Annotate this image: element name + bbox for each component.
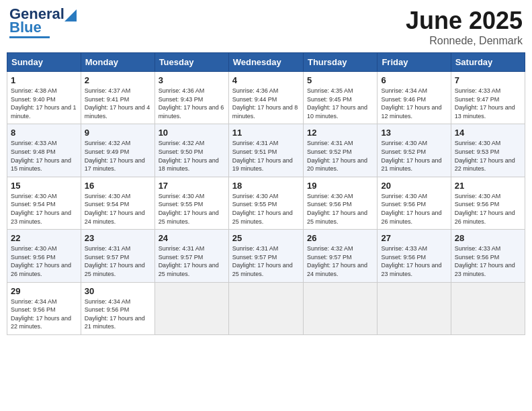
day-number: 5 <box>307 75 373 85</box>
day-info: Sunrise: 4:30 AM Sunset: 9:56 PM Dayligh… <box>381 192 447 226</box>
day-info: Sunrise: 4:30 AM Sunset: 9:56 PM Dayligh… <box>455 192 521 226</box>
calendar-cell: 13 Sunrise: 4:30 AM Sunset: 9:52 PM Dayl… <box>378 124 451 177</box>
day-number: 12 <box>307 128 373 138</box>
calendar-cell: 15 Sunrise: 4:30 AM Sunset: 9:54 PM Dayl… <box>7 177 81 229</box>
day-number: 20 <box>381 181 447 191</box>
calendar-week-1: 1 Sunrise: 4:38 AM Sunset: 9:40 PM Dayli… <box>7 72 525 124</box>
column-header-friday: Friday <box>378 53 451 72</box>
column-header-saturday: Saturday <box>451 53 525 72</box>
calendar-cell: 19 Sunrise: 4:30 AM Sunset: 9:56 PM Dayl… <box>303 177 377 229</box>
day-info: Sunrise: 4:30 AM Sunset: 9:53 PM Dayligh… <box>455 139 521 173</box>
calendar-cell: 25 Sunrise: 4:31 AM Sunset: 9:57 PM Dayl… <box>228 230 303 282</box>
calendar-location: Ronnede, Denmark <box>406 35 523 47</box>
day-number: 13 <box>381 128 447 138</box>
calendar-header-row: SundayMondayTuesdayWednesdayThursdayFrid… <box>7 53 525 72</box>
column-header-sunday: Sunday <box>7 53 81 72</box>
calendar-cell: 7 Sunrise: 4:33 AM Sunset: 9:47 PM Dayli… <box>451 72 525 124</box>
day-number: 9 <box>85 128 151 138</box>
day-info: Sunrise: 4:32 AM Sunset: 9:57 PM Dayligh… <box>307 244 373 278</box>
calendar-cell: 26 Sunrise: 4:32 AM Sunset: 9:57 PM Dayl… <box>303 230 377 282</box>
calendar-cell: 16 Sunrise: 4:30 AM Sunset: 9:54 PM Dayl… <box>81 177 154 229</box>
column-header-tuesday: Tuesday <box>154 53 228 72</box>
day-number: 4 <box>232 75 300 85</box>
logo: General Blue <box>9 7 77 38</box>
day-number: 28 <box>455 233 521 243</box>
day-info: Sunrise: 4:34 AM Sunset: 9:46 PM Dayligh… <box>381 87 447 120</box>
calendar-cell: 2 Sunrise: 4:37 AM Sunset: 9:41 PM Dayli… <box>81 72 154 124</box>
logo-underline <box>9 36 50 38</box>
day-number: 15 <box>11 181 77 191</box>
day-number: 22 <box>11 233 77 243</box>
day-info: Sunrise: 4:30 AM Sunset: 9:55 PM Dayligh… <box>159 192 225 226</box>
calendar-cell <box>378 282 451 334</box>
day-info: Sunrise: 4:34 AM Sunset: 9:56 PM Dayligh… <box>11 298 77 331</box>
day-info: Sunrise: 4:30 AM Sunset: 9:56 PM Dayligh… <box>307 192 373 226</box>
day-info: Sunrise: 4:37 AM Sunset: 9:41 PM Dayligh… <box>85 87 151 120</box>
calendar-cell: 5 Sunrise: 4:35 AM Sunset: 9:45 PM Dayli… <box>303 72 377 124</box>
column-header-wednesday: Wednesday <box>228 53 303 72</box>
calendar-cell: 14 Sunrise: 4:30 AM Sunset: 9:53 PM Dayl… <box>451 124 525 177</box>
day-number: 1 <box>11 75 77 85</box>
calendar-title: June 2025 <box>406 7 523 35</box>
day-number: 24 <box>159 233 225 243</box>
day-info: Sunrise: 4:31 AM Sunset: 9:52 PM Dayligh… <box>307 139 373 173</box>
day-info: Sunrise: 4:31 AM Sunset: 9:57 PM Dayligh… <box>159 244 225 278</box>
day-number: 29 <box>11 286 77 296</box>
calendar-cell: 20 Sunrise: 4:30 AM Sunset: 9:56 PM Dayl… <box>378 177 451 229</box>
calendar-cell: 27 Sunrise: 4:33 AM Sunset: 9:56 PM Dayl… <box>378 230 451 282</box>
day-info: Sunrise: 4:36 AM Sunset: 9:43 PM Dayligh… <box>159 87 225 120</box>
title-block: June 2025 Ronnede, Denmark <box>406 7 523 47</box>
calendar-cell: 9 Sunrise: 4:32 AM Sunset: 9:49 PM Dayli… <box>81 124 154 177</box>
calendar-cell: 18 Sunrise: 4:30 AM Sunset: 9:55 PM Dayl… <box>228 177 303 229</box>
calendar-week-2: 8 Sunrise: 4:33 AM Sunset: 9:48 PM Dayli… <box>7 124 525 177</box>
day-info: Sunrise: 4:30 AM Sunset: 9:54 PM Dayligh… <box>85 192 151 226</box>
day-number: 10 <box>159 128 225 138</box>
day-number: 3 <box>159 75 225 85</box>
calendar-cell <box>303 282 377 334</box>
day-info: Sunrise: 4:31 AM Sunset: 9:57 PM Dayligh… <box>85 244 151 278</box>
calendar-cell: 3 Sunrise: 4:36 AM Sunset: 9:43 PM Dayli… <box>154 72 228 124</box>
day-info: Sunrise: 4:30 AM Sunset: 9:55 PM Dayligh… <box>232 192 300 226</box>
day-number: 2 <box>85 75 151 85</box>
calendar-cell <box>451 282 525 334</box>
calendar-cell: 29 Sunrise: 4:34 AM Sunset: 9:56 PM Dayl… <box>7 282 81 334</box>
day-info: Sunrise: 4:32 AM Sunset: 9:49 PM Dayligh… <box>85 139 151 173</box>
day-info: Sunrise: 4:34 AM Sunset: 9:56 PM Dayligh… <box>85 298 151 331</box>
svg-marker-0 <box>64 9 77 21</box>
calendar-cell <box>228 282 303 334</box>
calendar-cell: 23 Sunrise: 4:31 AM Sunset: 9:57 PM Dayl… <box>81 230 154 282</box>
calendar-cell: 10 Sunrise: 4:32 AM Sunset: 9:50 PM Dayl… <box>154 124 228 177</box>
calendar-cell: 22 Sunrise: 4:30 AM Sunset: 9:56 PM Dayl… <box>7 230 81 282</box>
day-number: 23 <box>85 233 151 243</box>
calendar-cell <box>154 282 228 334</box>
day-info: Sunrise: 4:33 AM Sunset: 9:48 PM Dayligh… <box>11 139 77 173</box>
day-info: Sunrise: 4:30 AM Sunset: 9:52 PM Dayligh… <box>381 139 447 173</box>
calendar-cell: 12 Sunrise: 4:31 AM Sunset: 9:52 PM Dayl… <box>303 124 377 177</box>
day-info: Sunrise: 4:32 AM Sunset: 9:50 PM Dayligh… <box>159 139 225 173</box>
day-info: Sunrise: 4:33 AM Sunset: 9:56 PM Dayligh… <box>381 244 447 278</box>
day-info: Sunrise: 4:31 AM Sunset: 9:57 PM Dayligh… <box>232 244 300 278</box>
column-header-monday: Monday <box>81 53 154 72</box>
day-number: 11 <box>232 128 300 138</box>
calendar-cell: 4 Sunrise: 4:36 AM Sunset: 9:44 PM Dayli… <box>228 72 303 124</box>
calendar-week-5: 29 Sunrise: 4:34 AM Sunset: 9:56 PM Dayl… <box>7 282 525 334</box>
day-number: 19 <box>307 181 373 191</box>
calendar-week-4: 22 Sunrise: 4:30 AM Sunset: 9:56 PM Dayl… <box>7 230 525 282</box>
day-info: Sunrise: 4:33 AM Sunset: 9:47 PM Dayligh… <box>455 87 521 120</box>
day-number: 14 <box>455 128 521 138</box>
calendar-cell: 1 Sunrise: 4:38 AM Sunset: 9:40 PM Dayli… <box>7 72 81 124</box>
day-number: 30 <box>85 286 151 296</box>
calendar-cell: 11 Sunrise: 4:31 AM Sunset: 9:51 PM Dayl… <box>228 124 303 177</box>
day-info: Sunrise: 4:35 AM Sunset: 9:45 PM Dayligh… <box>307 87 373 120</box>
day-info: Sunrise: 4:33 AM Sunset: 9:56 PM Dayligh… <box>455 244 521 278</box>
day-info: Sunrise: 4:30 AM Sunset: 9:54 PM Dayligh… <box>11 192 77 226</box>
page-header: General Blue June 2025 Ronnede, Denmark <box>7 7 525 47</box>
day-number: 18 <box>232 181 300 191</box>
calendar-cell: 24 Sunrise: 4:31 AM Sunset: 9:57 PM Dayl… <box>154 230 228 282</box>
day-number: 16 <box>85 181 151 191</box>
calendar-cell: 28 Sunrise: 4:33 AM Sunset: 9:56 PM Dayl… <box>451 230 525 282</box>
day-info: Sunrise: 4:38 AM Sunset: 9:40 PM Dayligh… <box>11 87 77 120</box>
calendar-cell: 21 Sunrise: 4:30 AM Sunset: 9:56 PM Dayl… <box>451 177 525 229</box>
day-info: Sunrise: 4:30 AM Sunset: 9:56 PM Dayligh… <box>11 244 77 278</box>
day-number: 8 <box>11 128 77 138</box>
